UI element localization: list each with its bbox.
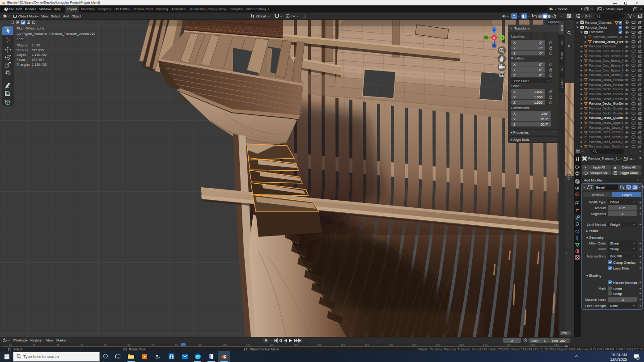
svg-text:Z: Z <box>493 28 496 31</box>
svg-text:Item: Item <box>560 25 564 31</box>
svg-text:Create: Create <box>560 78 564 88</box>
svg-text:Y: Y <box>501 36 504 39</box>
svg-text:View: View <box>560 52 564 59</box>
svg-text:Tool: Tool <box>560 39 564 45</box>
svg-text:X: X <box>493 36 496 39</box>
svg-text:2: 2 <box>637 356 639 359</box>
svg-text:Edit: Edit <box>560 66 564 72</box>
